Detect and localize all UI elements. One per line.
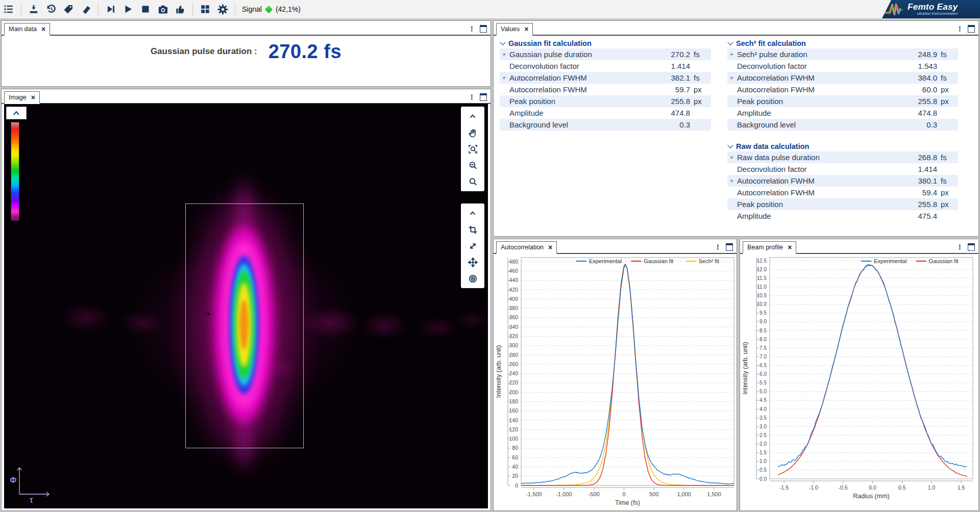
value-row: Amplitude474.8 bbox=[727, 107, 958, 119]
panel-menu-icon[interactable]: ⋮ bbox=[469, 94, 475, 100]
value-row: Peak position255.8px bbox=[727, 198, 958, 210]
maximize-icon[interactable] bbox=[480, 25, 487, 33]
tags-icon[interactable] bbox=[61, 2, 76, 16]
expand-icon[interactable]: + bbox=[727, 74, 736, 82]
screenshot-icon[interactable] bbox=[155, 2, 170, 16]
expand-icon[interactable]: + bbox=[500, 74, 508, 82]
validate-icon[interactable] bbox=[173, 2, 188, 16]
svg-text:1.5: 1.5 bbox=[760, 450, 767, 455]
expand-icon[interactable]: + bbox=[500, 51, 508, 58]
pan-hand-icon[interactable] bbox=[462, 124, 483, 141]
image-edit-tools bbox=[461, 203, 484, 288]
collapse-icon[interactable] bbox=[462, 108, 483, 124]
crop-icon[interactable] bbox=[462, 221, 483, 238]
tab-label: Main data bbox=[9, 25, 37, 33]
stop-icon[interactable] bbox=[138, 2, 153, 16]
panel-menu-icon[interactable]: ⋮ bbox=[957, 244, 963, 250]
maximize-icon[interactable] bbox=[480, 93, 487, 101]
maximize-icon[interactable] bbox=[726, 243, 733, 251]
section-header[interactable]: Sech² fit calculation bbox=[727, 38, 958, 48]
roi-rectangle[interactable] bbox=[185, 203, 304, 448]
value-number: 380.1 bbox=[901, 176, 937, 185]
value-row[interactable]: +Autocorrelation FWHM384.0fs bbox=[727, 72, 958, 84]
move-icon[interactable] bbox=[462, 254, 483, 270]
value-row[interactable]: +Autocorrelation FWHM382.1fs bbox=[500, 72, 711, 84]
value-number: 255.8 bbox=[901, 200, 937, 209]
section-header[interactable]: Gaussian fit calculation bbox=[500, 38, 711, 48]
value-row: Autocorrelation FWHM59.4px bbox=[727, 187, 958, 198]
tab-autocorrelation[interactable]: Autocorrelation × bbox=[496, 241, 557, 254]
chevron-down-icon bbox=[727, 142, 733, 148]
tab-beam-profile[interactable]: Beam profile × bbox=[743, 241, 796, 254]
svg-text:τ: τ bbox=[30, 495, 33, 505]
value-number: 270.2 bbox=[654, 50, 690, 59]
value-number: 255.8 bbox=[654, 97, 690, 106]
list-view-icon[interactable] bbox=[1, 2, 16, 16]
close-icon[interactable]: × bbox=[31, 94, 35, 101]
panel-menu-icon[interactable]: ⋮ bbox=[957, 25, 963, 32]
value-label: Background level bbox=[736, 120, 901, 129]
value-unit: px bbox=[937, 85, 958, 94]
value-row[interactable]: +Autocorrelation FWHM380.1fs bbox=[727, 175, 958, 187]
maximize-icon[interactable] bbox=[968, 25, 975, 33]
close-icon[interactable]: × bbox=[548, 244, 552, 251]
settings-icon[interactable] bbox=[215, 2, 230, 16]
value-row[interactable]: +Raw data pulse duration268.8fs bbox=[727, 151, 958, 163]
svg-text:220: 220 bbox=[509, 379, 518, 386]
maximize-icon[interactable] bbox=[968, 243, 975, 251]
tab-label: Image bbox=[9, 94, 27, 101]
play-icon[interactable] bbox=[120, 2, 136, 16]
signal-status: Signal (42,1%) bbox=[242, 5, 301, 13]
svg-text:100: 100 bbox=[509, 436, 518, 442]
tab-image[interactable]: Image × bbox=[4, 91, 40, 104]
value-row[interactable]: +Sech² pulse duration248.9fs bbox=[727, 48, 958, 60]
history-icon[interactable] bbox=[43, 2, 59, 16]
close-icon[interactable]: × bbox=[524, 25, 528, 33]
tab-main-data[interactable]: Main data × bbox=[4, 23, 50, 36]
autocorrelation-chart[interactable]: 0204060801001201401601802002202402602803… bbox=[494, 253, 736, 510]
collapse-icon[interactable] bbox=[462, 205, 483, 221]
colorbar-collapse-button[interactable] bbox=[6, 107, 27, 119]
value-row[interactable]: +Gaussian pulse duration270.2fs bbox=[500, 48, 711, 60]
svg-text:10.0: 10.0 bbox=[757, 301, 767, 307]
save-icon[interactable] bbox=[26, 2, 41, 16]
section-title: Raw data calculation bbox=[736, 142, 809, 150]
legend-item: Sech² fit bbox=[699, 258, 719, 264]
panel-menu-icon[interactable]: ⋮ bbox=[715, 244, 721, 250]
beam-image[interactable]: Φ τ bbox=[4, 104, 488, 508]
zoom-in-icon[interactable] bbox=[462, 173, 483, 190]
legend-item: Experimental bbox=[589, 258, 622, 264]
svg-text:12.5: 12.5 bbox=[757, 258, 767, 264]
svg-text:120: 120 bbox=[509, 426, 518, 432]
svg-text:7.5: 7.5 bbox=[760, 345, 767, 351]
svg-text:6.0: 6.0 bbox=[760, 371, 767, 377]
signal-value: (42,1%) bbox=[276, 5, 301, 13]
waveform-icon bbox=[882, 1, 905, 17]
panel-menu-icon[interactable]: ⋮ bbox=[469, 25, 475, 32]
svg-text:2.0: 2.0 bbox=[760, 441, 767, 447]
eraser-icon[interactable] bbox=[78, 2, 93, 16]
zoom-out-icon[interactable] bbox=[462, 157, 483, 173]
svg-text:-0.5: -0.5 bbox=[839, 484, 848, 491]
value-label: Raw data pulse duration bbox=[736, 153, 901, 162]
value-number: 268.8 bbox=[901, 153, 937, 162]
expand-icon[interactable]: + bbox=[727, 154, 736, 161]
value-row: Background level0.3 bbox=[500, 119, 711, 131]
skip-to-end-icon[interactable] bbox=[103, 2, 118, 16]
beam-profile-chart[interactable]: 0.00.51.01.52.02.53.03.54.04.55.05.56.06… bbox=[741, 253, 978, 510]
zoom-fit-icon[interactable] bbox=[462, 141, 483, 157]
tile-view-icon[interactable] bbox=[198, 2, 213, 16]
legend-item: Gaussian fit bbox=[644, 258, 673, 264]
section-header[interactable]: Raw data calculation bbox=[727, 141, 958, 151]
value-label: Autocorrelation FWHM bbox=[736, 188, 901, 197]
logo-title: Femto Easy bbox=[908, 3, 958, 11]
expand-icon[interactable]: + bbox=[727, 51, 736, 58]
svg-text:0.5: 0.5 bbox=[898, 484, 906, 491]
close-icon[interactable]: × bbox=[788, 244, 792, 251]
resize-diagonal-icon[interactable] bbox=[462, 238, 483, 254]
target-icon[interactable] bbox=[462, 270, 483, 287]
expand-icon[interactable]: + bbox=[727, 177, 736, 185]
close-icon[interactable]: × bbox=[41, 25, 45, 33]
chevron-down-icon bbox=[727, 39, 733, 45]
tab-values[interactable]: Values × bbox=[496, 23, 533, 36]
